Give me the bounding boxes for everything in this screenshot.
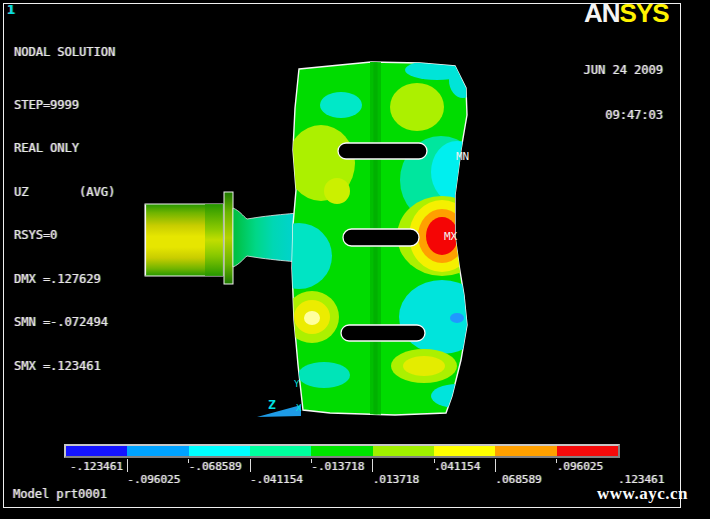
legend-value: .068589	[495, 473, 541, 486]
plate-slot-lower	[341, 325, 425, 341]
contour-legend-labels: -.123461-.096025-.068589-.041154-.013718…	[66, 459, 686, 487]
legend-color-segment	[311, 446, 372, 456]
legend-color-segment	[250, 446, 311, 456]
contour-blob	[431, 384, 483, 408]
z-axis-label: Z	[268, 397, 276, 412]
shaft-assembly	[145, 192, 298, 284]
legend-tick	[250, 459, 251, 472]
ansys-graphics-window: 1 NODAL SOLUTION STEP=9999 REAL ONLY UZ …	[0, 0, 710, 519]
legend-value: .013718	[373, 473, 419, 486]
plate-slot-upper	[338, 143, 427, 159]
contour-blob	[390, 83, 444, 131]
legend-value: -.013718	[311, 460, 364, 473]
legend-color-segment	[557, 446, 618, 456]
legend-value: -.096025	[127, 473, 180, 486]
contour-blob	[403, 356, 445, 376]
legend-color-segment	[434, 446, 495, 456]
model-name: Model prt0001	[13, 487, 107, 501]
min-node-label: MN	[456, 150, 469, 163]
contour-blob	[320, 92, 362, 118]
legend-tick	[495, 459, 496, 472]
y-axis-label: Y	[294, 379, 300, 389]
contour-blob	[298, 362, 350, 388]
axis-triad: Z Y X	[257, 379, 302, 417]
legend-color-segment	[189, 446, 250, 456]
watermark-url: www.ayc.cn	[597, 484, 688, 504]
legend-value: .096025	[557, 460, 603, 473]
shaft-small-cylinder	[233, 208, 298, 267]
legend-color-segment	[373, 446, 434, 456]
legend-value: -.041154	[250, 473, 303, 486]
legend-color-segment	[495, 446, 556, 456]
legend-tick	[127, 459, 128, 472]
legend-value: -.123461	[70, 460, 123, 473]
contour-blob	[449, 62, 477, 98]
plate-slot-middle	[343, 229, 419, 246]
legend-color-segment	[66, 446, 127, 456]
z-axis-arrow	[257, 405, 301, 417]
legend-value: -.068589	[189, 460, 242, 473]
contour-blob-blue	[450, 313, 464, 323]
shaft-cylinder-end-band	[205, 204, 223, 276]
contour-blob	[399, 280, 485, 354]
contour-blob	[324, 178, 350, 204]
contour-blob	[304, 311, 320, 325]
contour-plot: MN MX Z Y X	[0, 0, 710, 519]
shaft-flange	[224, 192, 233, 284]
legend-tick	[372, 459, 373, 472]
x-axis-label: X	[296, 403, 302, 413]
contour-legend-bar	[64, 444, 620, 458]
max-node-label: MX	[444, 230, 458, 243]
legend-value: .041154	[434, 460, 480, 473]
legend-color-segment	[127, 446, 188, 456]
